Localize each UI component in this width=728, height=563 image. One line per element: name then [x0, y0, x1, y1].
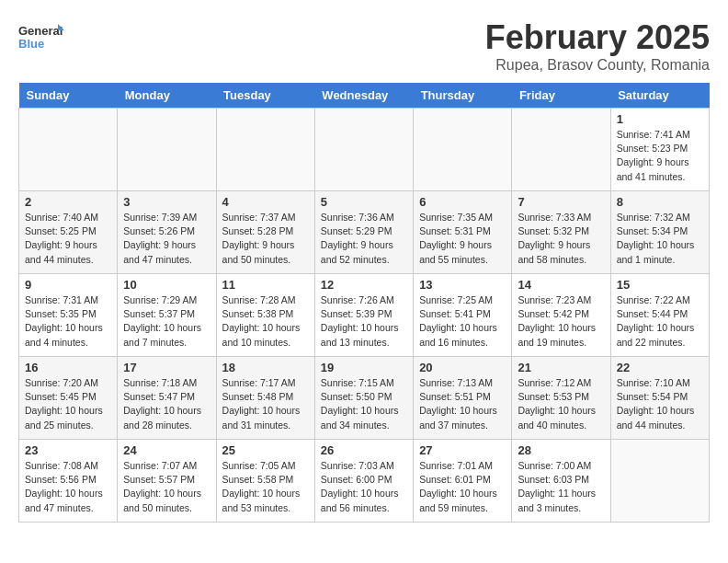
day-number: 2 [25, 195, 111, 209]
day-info: Sunrise: 7:41 AM Sunset: 5:23 PM Dayligh… [617, 128, 703, 184]
weekday-header: Thursday [414, 83, 512, 109]
calendar-cell: 22Sunrise: 7:10 AM Sunset: 5:54 PM Dayli… [610, 357, 709, 440]
day-number: 5 [321, 195, 407, 209]
weekday-header: Tuesday [216, 83, 314, 109]
day-info: Sunrise: 7:10 AM Sunset: 5:54 PM Dayligh… [617, 376, 703, 432]
calendar-cell: 23Sunrise: 7:08 AM Sunset: 5:56 PM Dayli… [19, 440, 118, 523]
day-info: Sunrise: 7:05 AM Sunset: 5:58 PM Dayligh… [222, 459, 309, 515]
svg-text:Blue: Blue [18, 37, 44, 51]
day-info: Sunrise: 7:33 AM Sunset: 5:32 PM Dayligh… [518, 211, 604, 267]
calendar-week-row: 23Sunrise: 7:08 AM Sunset: 5:56 PM Dayli… [19, 440, 710, 523]
calendar-cell: 11Sunrise: 7:28 AM Sunset: 5:38 PM Dayli… [216, 274, 314, 357]
calendar-cell: 27Sunrise: 7:01 AM Sunset: 6:01 PM Dayli… [414, 440, 512, 523]
day-number: 17 [123, 361, 210, 374]
calendar-cell [118, 109, 216, 191]
day-info: Sunrise: 7:15 AM Sunset: 5:50 PM Dayligh… [321, 376, 407, 432]
day-info: Sunrise: 7:13 AM Sunset: 5:51 PM Dayligh… [419, 376, 506, 432]
day-number: 7 [518, 195, 604, 209]
calendar-cell [512, 109, 610, 191]
day-number: 22 [617, 361, 703, 374]
calendar-cell: 10Sunrise: 7:29 AM Sunset: 5:37 PM Dayli… [118, 274, 216, 357]
weekday-header: Monday [118, 83, 216, 109]
calendar-cell: 18Sunrise: 7:17 AM Sunset: 5:48 PM Dayli… [216, 357, 314, 440]
calendar-cell: 12Sunrise: 7:26 AM Sunset: 5:39 PM Dayli… [314, 274, 413, 357]
day-info: Sunrise: 7:32 AM Sunset: 5:34 PM Dayligh… [617, 211, 703, 267]
calendar-cell: 1Sunrise: 7:41 AM Sunset: 5:23 PM Daylig… [610, 109, 709, 191]
day-number: 28 [518, 443, 604, 457]
month-title: February 2025 [485, 18, 710, 57]
day-number: 12 [321, 278, 407, 292]
logo-svg: General Blue [18, 18, 64, 60]
calendar-cell: 25Sunrise: 7:05 AM Sunset: 5:58 PM Dayli… [216, 440, 314, 523]
weekday-header: Wednesday [314, 83, 413, 109]
day-info: Sunrise: 7:03 AM Sunset: 6:00 PM Dayligh… [321, 459, 407, 515]
day-number: 19 [321, 361, 407, 374]
day-number: 25 [222, 443, 309, 457]
day-number: 20 [419, 361, 506, 374]
day-number: 21 [518, 361, 604, 374]
day-info: Sunrise: 7:25 AM Sunset: 5:41 PM Dayligh… [419, 293, 506, 350]
day-number: 23 [25, 443, 111, 457]
day-info: Sunrise: 7:23 AM Sunset: 5:42 PM Dayligh… [518, 293, 604, 350]
day-info: Sunrise: 7:26 AM Sunset: 5:39 PM Dayligh… [321, 293, 407, 350]
calendar-cell: 15Sunrise: 7:22 AM Sunset: 5:44 PM Dayli… [610, 274, 709, 357]
svg-text:General: General [18, 24, 63, 38]
calendar-cell [414, 109, 512, 191]
calendar-cell [19, 109, 118, 191]
calendar-cell: 2Sunrise: 7:40 AM Sunset: 5:25 PM Daylig… [19, 191, 118, 274]
day-number: 11 [222, 278, 309, 292]
calendar-cell: 17Sunrise: 7:18 AM Sunset: 5:47 PM Dayli… [118, 357, 216, 440]
calendar-cell [216, 109, 314, 191]
day-number: 24 [123, 443, 210, 457]
day-number: 16 [25, 361, 111, 374]
calendar-cell: 14Sunrise: 7:23 AM Sunset: 5:42 PM Dayli… [512, 274, 610, 357]
day-info: Sunrise: 7:29 AM Sunset: 5:37 PM Dayligh… [123, 293, 210, 350]
day-info: Sunrise: 7:01 AM Sunset: 6:01 PM Dayligh… [419, 459, 506, 515]
calendar-cell [610, 440, 709, 523]
day-info: Sunrise: 7:20 AM Sunset: 5:45 PM Dayligh… [25, 376, 111, 432]
day-number: 9 [25, 278, 111, 292]
calendar-table: SundayMondayTuesdayWednesdayThursdayFrid… [18, 83, 710, 523]
logo: General Blue [18, 18, 64, 60]
calendar-week-row: 2Sunrise: 7:40 AM Sunset: 5:25 PM Daylig… [19, 191, 710, 274]
day-info: Sunrise: 7:22 AM Sunset: 5:44 PM Dayligh… [617, 293, 703, 350]
calendar-cell: 3Sunrise: 7:39 AM Sunset: 5:26 PM Daylig… [118, 191, 216, 274]
calendar-cell: 9Sunrise: 7:31 AM Sunset: 5:35 PM Daylig… [19, 274, 118, 357]
calendar-week-row: 16Sunrise: 7:20 AM Sunset: 5:45 PM Dayli… [19, 357, 710, 440]
day-info: Sunrise: 7:17 AM Sunset: 5:48 PM Dayligh… [222, 376, 309, 432]
calendar-cell [314, 109, 413, 191]
calendar-cell: 20Sunrise: 7:13 AM Sunset: 5:51 PM Dayli… [414, 357, 512, 440]
calendar-cell: 4Sunrise: 7:37 AM Sunset: 5:28 PM Daylig… [216, 191, 314, 274]
day-info: Sunrise: 7:08 AM Sunset: 5:56 PM Dayligh… [25, 459, 111, 515]
day-info: Sunrise: 7:28 AM Sunset: 5:38 PM Dayligh… [222, 293, 309, 350]
day-number: 26 [321, 443, 407, 457]
calendar-cell: 5Sunrise: 7:36 AM Sunset: 5:29 PM Daylig… [314, 191, 413, 274]
day-number: 15 [617, 278, 703, 292]
header: General Blue February 2025 Rupea, Brasov… [18, 18, 710, 74]
day-number: 13 [419, 278, 506, 292]
day-info: Sunrise: 7:40 AM Sunset: 5:25 PM Dayligh… [25, 211, 111, 267]
day-number: 8 [617, 195, 703, 209]
day-info: Sunrise: 7:12 AM Sunset: 5:53 PM Dayligh… [518, 376, 604, 432]
day-number: 6 [419, 195, 506, 209]
calendar-cell: 16Sunrise: 7:20 AM Sunset: 5:45 PM Dayli… [19, 357, 118, 440]
calendar-cell: 8Sunrise: 7:32 AM Sunset: 5:34 PM Daylig… [610, 191, 709, 274]
day-info: Sunrise: 7:39 AM Sunset: 5:26 PM Dayligh… [123, 211, 210, 267]
day-info: Sunrise: 7:31 AM Sunset: 5:35 PM Dayligh… [25, 293, 111, 350]
calendar-cell: 19Sunrise: 7:15 AM Sunset: 5:50 PM Dayli… [314, 357, 413, 440]
day-number: 10 [123, 278, 210, 292]
calendar-cell: 24Sunrise: 7:07 AM Sunset: 5:57 PM Dayli… [118, 440, 216, 523]
calendar-week-row: 1Sunrise: 7:41 AM Sunset: 5:23 PM Daylig… [19, 109, 710, 191]
day-info: Sunrise: 7:35 AM Sunset: 5:31 PM Dayligh… [419, 211, 506, 267]
calendar-week-row: 9Sunrise: 7:31 AM Sunset: 5:35 PM Daylig… [19, 274, 710, 357]
calendar-cell: 7Sunrise: 7:33 AM Sunset: 5:32 PM Daylig… [512, 191, 610, 274]
day-info: Sunrise: 7:36 AM Sunset: 5:29 PM Dayligh… [321, 211, 407, 267]
day-number: 18 [222, 361, 309, 374]
weekday-header: Saturday [610, 83, 709, 109]
day-number: 27 [419, 443, 506, 457]
calendar-cell: 13Sunrise: 7:25 AM Sunset: 5:41 PM Dayli… [414, 274, 512, 357]
location-subtitle: Rupea, Brasov County, Romania [485, 57, 710, 74]
title-section: February 2025 Rupea, Brasov County, Roma… [485, 18, 710, 74]
day-info: Sunrise: 7:07 AM Sunset: 5:57 PM Dayligh… [123, 459, 210, 515]
weekday-header: Sunday [19, 83, 118, 109]
